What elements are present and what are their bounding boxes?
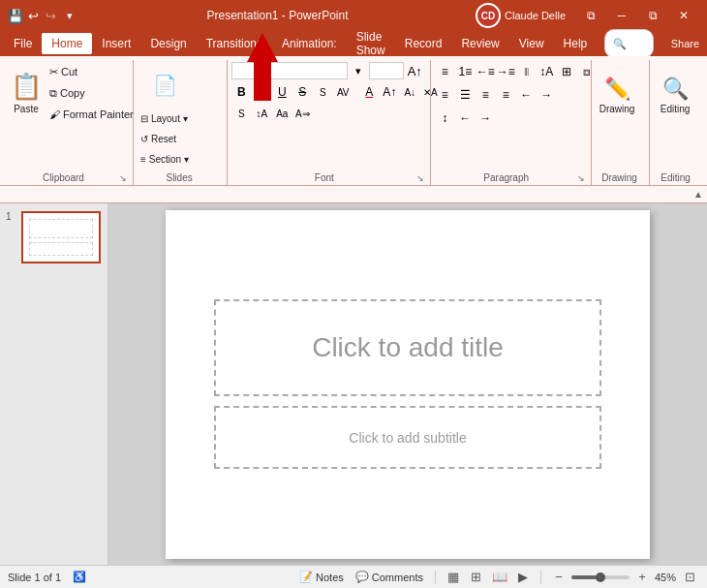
undo-icon[interactable]: ↩ — [25, 8, 41, 23]
slide-sorter-button[interactable]: ⊞ — [467, 569, 486, 586]
format-painter-button[interactable]: 🖌 Format Painter — [46, 105, 137, 124]
paste-button[interactable]: 📋 Paste — [8, 62, 45, 122]
shadow-button[interactable]: S — [313, 82, 332, 102]
formatting-row-2: S ↕A Aa A⇒ — [231, 104, 440, 123]
menu-insert[interactable]: Insert — [92, 33, 140, 54]
editing-group-label: Editing — [654, 170, 697, 183]
text-direction-button[interactable]: ↕A — [537, 62, 556, 81]
status-divider — [435, 571, 436, 584]
increase-indent-button[interactable]: →≡ — [496, 62, 515, 81]
close-button[interactable]: ✕ — [668, 0, 699, 31]
menu-view[interactable]: View — [509, 33, 554, 54]
font-expand-icon[interactable]: ↘ — [416, 173, 424, 183]
indent-more-button[interactable]: → — [476, 108, 495, 128]
columns-button[interactable]: ⫴ — [516, 62, 536, 81]
zoom-in-button[interactable]: + — [632, 569, 652, 586]
slide-info: Slide 1 of 1 — [8, 572, 61, 583]
user-avatar[interactable]: CD — [476, 3, 501, 28]
slide-thumbnail-1[interactable] — [21, 211, 101, 263]
justify-button[interactable]: ≡ — [496, 85, 515, 105]
tell-me-input[interactable]: 🔍 Tell me — [604, 29, 654, 58]
slides-label: Slides — [138, 172, 221, 183]
save-icon[interactable]: 💾 — [8, 8, 23, 23]
redo-icon[interactable]: ↪ — [43, 8, 58, 23]
transform-btn[interactable]: Aa — [272, 104, 292, 123]
decrease-indent-button[interactable]: ←≡ — [476, 62, 495, 81]
font-label: Font — [231, 172, 416, 183]
restore-button[interactable]: ⧉ — [637, 0, 668, 31]
zoom-out-button[interactable]: − — [549, 569, 569, 586]
minimize-button[interactable]: ─ — [606, 0, 637, 31]
ribbon: 📋 Paste ✂ Cut ⧉ Copy — [0, 56, 707, 203]
ribbon-toggle-button[interactable]: ⧉ — [575, 0, 606, 31]
comments-icon: 💬 — [355, 571, 369, 583]
align-right-button[interactable]: ≡ — [476, 85, 495, 105]
comments-button[interactable]: 💬 Comments — [352, 569, 427, 585]
menu-help[interactable]: Help — [554, 33, 598, 54]
font-color-button[interactable]: A — [359, 82, 379, 102]
align-text-button[interactable]: ⊞ — [557, 62, 576, 81]
drawing-button[interactable]: ✏️ Drawing — [596, 62, 638, 126]
slideshow-view-button[interactable]: ▶ — [513, 569, 533, 586]
indent-less-button[interactable]: ← — [455, 108, 475, 128]
font-group-label: Font ↘ — [231, 170, 424, 183]
notes-button[interactable]: 📝 Notes — [295, 569, 348, 585]
editing-button[interactable]: 🔍 Editing — [654, 62, 696, 126]
share-button[interactable]: Share — [661, 35, 707, 52]
layout-button[interactable]: ⊟ Layout▾ — [138, 108, 192, 128]
editing-icon: 🔍 — [662, 77, 689, 102]
menu-slideshow[interactable]: Slide Show — [347, 33, 395, 54]
cut-label: Cut — [61, 66, 77, 77]
fit-slide-button[interactable]: ⊡ — [680, 569, 699, 586]
align-left-button[interactable]: ≡ — [435, 85, 454, 105]
section-icon: ≡ — [140, 154, 146, 165]
section-button[interactable]: ≡ Section▾ — [138, 149, 192, 169]
menu-review[interactable]: Review — [451, 33, 508, 54]
paragraph-expand-icon[interactable]: ↘ — [577, 173, 585, 183]
shrink-font-button[interactable]: A↓ — [400, 82, 419, 102]
spacing-row: ↕ ← → — [435, 108, 597, 128]
line-spacing-button[interactable]: ↕ — [435, 108, 454, 128]
reading-view-button[interactable]: 📖 — [490, 569, 509, 586]
slide-title-placeholder[interactable]: Click to add title — [214, 299, 601, 396]
menu-file[interactable]: File — [4, 33, 42, 54]
menu-bar: File Home Insert Design Transitions Anim… — [0, 31, 707, 56]
normal-view-button[interactable]: ▦ — [444, 569, 463, 586]
menu-design[interactable]: Design — [140, 33, 196, 54]
collapse-ribbon-button[interactable]: ▲ — [693, 189, 703, 200]
bullets-button[interactable]: ≡ — [435, 62, 454, 81]
zoom-slider[interactable] — [571, 575, 630, 579]
ribbon-group-editing: 🔍 Editing Editing — [650, 60, 703, 185]
strikethrough-button[interactable]: S — [292, 82, 312, 102]
copy-button[interactable]: ⧉ Copy — [46, 83, 137, 103]
title-bar: 💾 ↩ ↪ ▾ Presentation1 - PowerPoint CD Cl… — [0, 0, 707, 31]
numbering-button[interactable]: 1≡ — [455, 62, 475, 81]
reset-button[interactable]: ↺ Reset — [138, 129, 192, 148]
new-slide-button[interactable]: 📄 — [143, 62, 186, 107]
char-spacing-button[interactable]: AV — [333, 82, 353, 102]
char-spacing-btn[interactable]: ↕A — [252, 104, 271, 123]
align-center-button[interactable]: ☰ — [455, 85, 475, 105]
paste-icon: 📋 — [11, 72, 42, 102]
menu-home[interactable]: Home — [42, 33, 92, 54]
grow-font-button[interactable]: A↑ — [380, 82, 399, 102]
accessibility-button[interactable]: ♿ — [69, 569, 90, 585]
rtl-button[interactable]: ← — [516, 85, 536, 105]
menu-record[interactable]: Record — [395, 33, 452, 54]
font-size-decrease-btn[interactable]: ▾ — [350, 62, 367, 79]
menu-animations[interactable]: Animation: — [272, 33, 347, 54]
annotation-arrow — [247, 33, 278, 101]
text-shadow-btn[interactable]: S — [231, 104, 251, 123]
replace-btn[interactable]: A⇒ — [292, 104, 312, 123]
customize-qat-button[interactable]: ▾ — [60, 6, 79, 25]
align-row: ≡ ☰ ≡ ≡ ← → — [435, 85, 597, 105]
font-size-input[interactable] — [369, 62, 404, 79]
clipboard-expand-icon[interactable]: ↘ — [119, 173, 127, 183]
copy-label: Copy — [60, 87, 85, 99]
ltr-button[interactable]: → — [537, 85, 556, 105]
font-size-up-btn[interactable]: A↑ — [406, 62, 423, 79]
slide-subtitle-placeholder[interactable]: Click to add subtitle — [214, 406, 601, 469]
search-icon: 🔍 — [613, 38, 627, 50]
ribbon-group-slides: 📄 ⊟ Layout▾ ↺ Reset ≡ Sectio — [134, 60, 228, 185]
cut-button[interactable]: ✂ Cut — [46, 62, 137, 81]
